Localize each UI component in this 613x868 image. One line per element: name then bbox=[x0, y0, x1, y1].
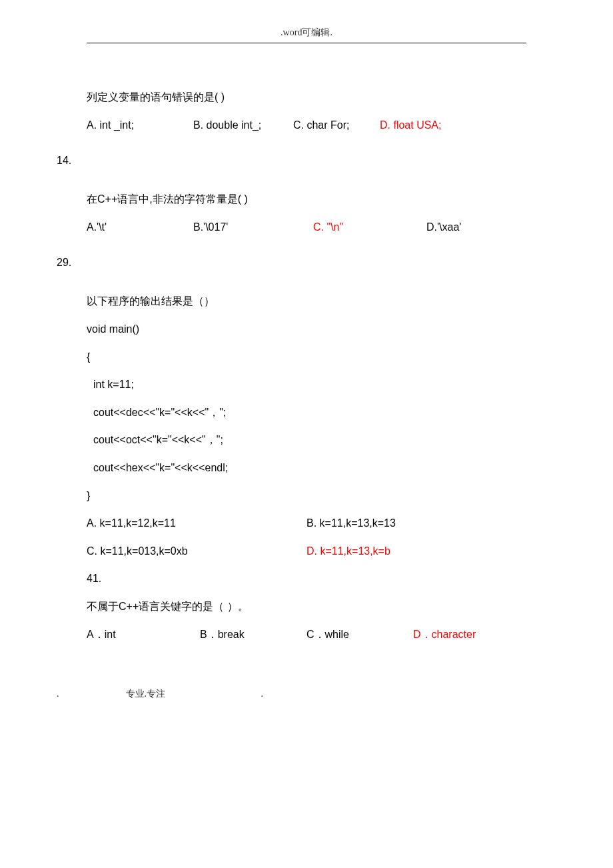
footer-mid: 专业.专注 bbox=[126, 689, 166, 699]
q29-code-l7: } bbox=[87, 482, 526, 510]
q29-option-b: B. k=11,k=13,k=13 bbox=[306, 509, 396, 537]
q29-options-row2: C. k=11,k=013,k=0xb D. k=11,k=13,k=b bbox=[87, 537, 526, 565]
q29-stem: 以下程序的输出结果是（） bbox=[87, 287, 526, 315]
q14-number: 14. bbox=[57, 155, 526, 167]
q41-option-c: C．while bbox=[306, 621, 413, 649]
q14-stem: 在C++语言中,非法的字符常量是( ) bbox=[87, 185, 526, 213]
q41-option-a: A．int bbox=[87, 621, 200, 649]
page: .word可编辑. 列定义变量的语句错误的是( ) A. int _int; B… bbox=[0, 0, 613, 727]
q13-stem: 列定义变量的语句错误的是( ) bbox=[87, 83, 526, 111]
q41-options: A．int B．break C．while D．character bbox=[87, 621, 526, 649]
q29-code-l4: cout<<dec<<"k="<<k<<"，"; bbox=[87, 399, 526, 427]
q13-option-c: C. char For; bbox=[293, 111, 380, 139]
q13-options: A. int _int; B. double int_; C. char For… bbox=[87, 111, 526, 139]
q13-option-d: D. float USA; bbox=[380, 111, 441, 139]
q29-number: 29. bbox=[57, 257, 526, 269]
q41-option-b: B．break bbox=[200, 621, 306, 649]
q41-number: 41. bbox=[87, 565, 526, 593]
footer-right: . bbox=[261, 689, 264, 699]
q14-option-b: B.'\017' bbox=[193, 213, 313, 241]
q14-option-c: C. "\n" bbox=[313, 213, 426, 241]
q29-code-l1: void main() bbox=[87, 315, 526, 343]
q41-option-d: D．character bbox=[413, 621, 476, 649]
q29-code-l3: int k=11; bbox=[87, 371, 526, 399]
q29-option-d: D. k=11,k=13,k=b bbox=[306, 537, 390, 565]
q14-option-d: D.'\xaa' bbox=[426, 213, 461, 241]
q29-code-l6: cout<<hex<<"k="<<k<<endl; bbox=[87, 454, 526, 482]
footer-left: . bbox=[57, 689, 123, 699]
q14-options: A.'\t' B.'\017' C. "\n" D.'\xaa' bbox=[87, 213, 526, 241]
q29-option-a: A. k=11,k=12,k=11 bbox=[87, 509, 306, 537]
q41-stem: 不属于C++语言关键字的是（ ）。 bbox=[87, 593, 526, 621]
q29-options-row1: A. k=11,k=12,k=11 B. k=11,k=13,k=13 bbox=[87, 509, 526, 537]
page-footer: . 专业.专注 . bbox=[57, 688, 526, 700]
q13-option-a: A. int _int; bbox=[87, 111, 193, 139]
q29-code-l5: cout<<oct<<"k="<<k<<"，"; bbox=[87, 426, 526, 454]
page-header: .word可编辑. bbox=[87, 27, 526, 43]
q14-option-a: A.'\t' bbox=[87, 213, 193, 241]
q29-option-c: C. k=11,k=013,k=0xb bbox=[87, 537, 306, 565]
q29-code-l2: { bbox=[87, 343, 526, 371]
q13-option-b: B. double int_; bbox=[193, 111, 293, 139]
